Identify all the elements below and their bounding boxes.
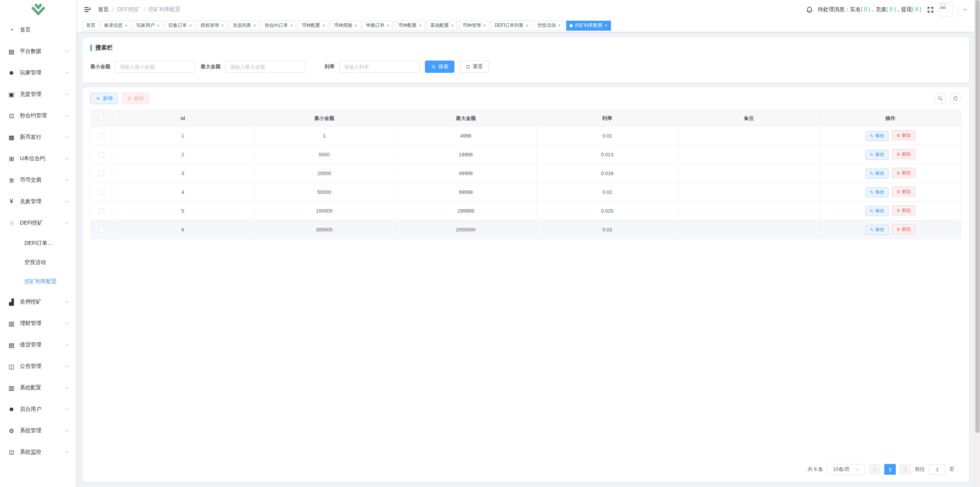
delete-row-button[interactable]: 删除	[892, 224, 915, 234]
close-tab-icon[interactable]: ×	[157, 23, 160, 28]
tab-归集订单[interactable]: 归集订单×	[165, 21, 195, 31]
row-checkbox[interactable]	[99, 227, 104, 233]
close-tab-icon[interactable]: ×	[451, 23, 454, 28]
tab-首页[interactable]: 首页	[83, 21, 99, 31]
close-tab-icon[interactable]: ×	[419, 23, 421, 28]
batch-delete-button[interactable]: 删除	[122, 93, 149, 104]
excel-icon: ▤	[8, 341, 15, 349]
close-tab-icon[interactable]: ×	[221, 23, 224, 28]
close-tab-icon[interactable]: ×	[483, 23, 486, 28]
delete-row-button[interactable]: 删除	[892, 187, 915, 197]
copy-document-icon: ▣	[8, 91, 15, 98]
refresh-table-button[interactable]	[950, 93, 961, 104]
page-scrollbar[interactable]	[974, 0, 980, 487]
sidebar-item-second-contract[interactable]: ⊡秒合约管理	[0, 105, 76, 126]
sidebar-item-system-management[interactable]: ⚙系统管理	[0, 420, 76, 441]
edit-row-button[interactable]: ✎修改	[866, 131, 889, 141]
page-number-button[interactable]: 1	[884, 464, 896, 475]
select-all-checkbox[interactable]	[99, 116, 104, 121]
tab-账变信息[interactable]: 账变信息×	[101, 21, 131, 31]
user-menu-caret-icon[interactable]	[963, 7, 967, 12]
close-tab-icon[interactable]: ×	[526, 23, 529, 28]
sidebar-item-new-coin-issue[interactable]: ▦新币发行	[0, 126, 76, 148]
row-checkbox-cell	[91, 145, 112, 164]
tab-挖矿利率配置[interactable]: 挖矿利率配置×	[566, 21, 611, 31]
tab-秒合约订单[interactable]: 秒合约订单×	[261, 21, 296, 31]
close-tab-icon[interactable]: ×	[189, 23, 192, 28]
sidebar-item-platform-data[interactable]: ▤平台数据	[0, 41, 76, 62]
sidebar-item-coin-trade[interactable]: ≣币币交易	[0, 169, 76, 191]
sidebar-subitem-mining-rate-config[interactable]: 挖矿利率配置	[0, 272, 76, 291]
row-checkbox[interactable]	[99, 152, 104, 157]
min-amount-input[interactable]	[115, 61, 195, 73]
prev-page-button[interactable]	[869, 464, 880, 475]
bell-icon[interactable]	[806, 6, 813, 13]
sidebar-item-wealth-management[interactable]: ▥理财管理	[0, 313, 76, 334]
edit-row-button[interactable]: ✎修改	[866, 169, 889, 179]
row-checkbox[interactable]	[99, 133, 104, 139]
sidebar-subitem-defi-orders[interactable]: DEFI订单…	[0, 234, 76, 253]
row-checkbox[interactable]	[99, 190, 104, 195]
cell-note	[678, 164, 820, 183]
cell-note	[678, 145, 820, 164]
edit-row-button[interactable]: ✎修改	[866, 150, 889, 160]
max-amount-input[interactable]	[225, 61, 305, 73]
scrollbar-thumb[interactable]	[975, 0, 980, 433]
close-tab-icon[interactable]: ×	[558, 23, 561, 28]
sidebar-item-pledge-mining[interactable]: ▟质押挖矿	[0, 291, 76, 313]
search-button[interactable]: 搜索	[425, 61, 454, 73]
tab-申购订单[interactable]: 申购订单×	[363, 21, 393, 31]
delete-row-button[interactable]: 删除	[892, 130, 915, 140]
edit-row-button[interactable]: ✎修改	[866, 225, 889, 235]
delete-row-button[interactable]: 删除	[892, 168, 915, 178]
tab-充值列表[interactable]: 充值列表×	[229, 21, 260, 31]
close-tab-icon[interactable]: ×	[354, 23, 357, 28]
close-tab-icon[interactable]: ×	[125, 23, 127, 28]
row-checkbox[interactable]	[99, 208, 104, 214]
sidebar-item-exchange-management[interactable]: ¥兑换管理	[0, 191, 76, 212]
sidebar-subitem-airdrop-activity[interactable]: 空投活动	[0, 253, 76, 272]
sidebar-item-player-management[interactable]: ☻玩家管理	[0, 62, 76, 84]
tab-币种管理[interactable]: 币种管理×	[459, 21, 489, 31]
sidebar-item-home[interactable]: ◔首页	[0, 19, 76, 41]
reset-button[interactable]: 重置	[459, 61, 489, 73]
delete-row-button[interactable]: 删除	[892, 149, 915, 159]
sidebar-item-announcement-management[interactable]: ◫公告管理	[0, 356, 76, 377]
sidebar-item-u-contract[interactable]: ⊞U本位合约	[0, 148, 76, 169]
sidebar-item-system-monitor[interactable]: ⊡系统监控	[0, 441, 76, 463]
rate-input[interactable]	[339, 61, 420, 73]
page-size-select[interactable]: 10条/页	[827, 464, 865, 475]
table-row: 25000199990.013✎修改删除	[91, 145, 961, 164]
breadcrumb-item[interactable]: 首页	[98, 6, 109, 13]
sidebar-item-system-config[interactable]: ▥系统配置	[0, 377, 76, 398]
tab-币种配置[interactable]: 币种配置×	[298, 21, 328, 31]
tab-玩家用户[interactable]: 玩家用户×	[133, 21, 163, 31]
add-button[interactable]: 新增	[90, 93, 118, 104]
avatar[interactable]	[939, 2, 953, 17]
sidebar-item-deposit-withdraw[interactable]: ▣充提管理	[0, 84, 76, 105]
tab-授权管理[interactable]: 授权管理×	[197, 21, 227, 31]
row-checkbox[interactable]	[99, 171, 104, 176]
close-tab-icon[interactable]: ×	[605, 23, 608, 28]
next-page-button[interactable]	[900, 464, 911, 475]
close-tab-icon[interactable]: ×	[290, 23, 293, 28]
delete-row-button[interactable]: 删除	[892, 205, 915, 215]
tab-币种配置[interactable]: 币种配置×	[395, 21, 425, 31]
edit-row-button[interactable]: ✎修改	[866, 187, 889, 197]
sidebar-item-lending-management[interactable]: ▤借贷管理	[0, 334, 76, 356]
sidebar-item-admin-users[interactable]: ☻后台用户	[0, 398, 76, 420]
sidebar-toggle-icon[interactable]	[83, 6, 91, 13]
close-tab-icon[interactable]: ×	[322, 23, 325, 28]
tab-空投活动[interactable]: 空投活动×	[534, 21, 564, 31]
tab-币种周期[interactable]: 币种周期×	[330, 21, 361, 31]
sidebar-item-label: 公告管理	[20, 363, 65, 370]
close-tab-icon[interactable]: ×	[387, 23, 389, 28]
fullscreen-icon[interactable]	[927, 6, 934, 13]
tab-基础配置[interactable]: 基础配置×	[427, 21, 457, 31]
close-tab-icon[interactable]: ×	[253, 23, 256, 28]
tab-DEFI订单列表[interactable]: DEFI订单列表×	[491, 21, 532, 31]
goto-page-input[interactable]	[929, 464, 946, 475]
sidebar-item-defi-mining[interactable]: ☝DEFI挖矿	[0, 212, 76, 234]
edit-row-button[interactable]: ✎修改	[866, 206, 889, 216]
toggle-search-button[interactable]	[934, 93, 946, 104]
